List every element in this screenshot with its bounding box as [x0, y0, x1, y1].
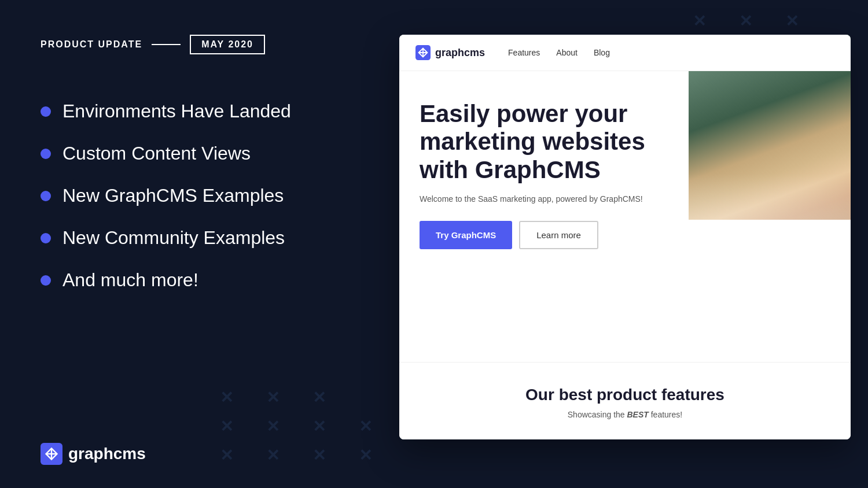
nav-link-about[interactable]: About — [556, 48, 578, 57]
list-item-text: Environments Have Landed — [62, 101, 291, 122]
bullet-dot — [41, 275, 51, 286]
features-subtitle: Showcasing the BEST features! — [420, 410, 830, 419]
logo-cms: cms — [113, 445, 146, 463]
features-subtitle-em: BEST — [627, 410, 649, 419]
hero-image-overlay — [689, 173, 851, 220]
logo-graph: graph — [68, 445, 113, 463]
graphcms-logo-icon-bottom — [41, 443, 62, 465]
nav-cms: cms — [464, 47, 485, 58]
learn-more-button[interactable]: Learn more — [519, 221, 598, 249]
bullet-dot — [41, 191, 51, 201]
date-badge: MAY 2020 — [190, 35, 265, 54]
list-item: New Community Examples — [41, 227, 359, 249]
nav-logo: graphcms — [415, 45, 485, 60]
left-panel: PRODUCT UPDATE MAY 2020 Environments Hav… — [0, 0, 393, 488]
nav-link-blog[interactable]: Blog — [594, 48, 610, 57]
x-decoration: ✕ — [785, 12, 799, 31]
product-update-label: PRODUCT UPDATE — [41, 39, 142, 50]
hero-subtitle: Welcome to the SaaS marketing app, power… — [420, 194, 680, 204]
list-item-text: New Community Examples — [62, 227, 285, 249]
features-title: Our best product features — [420, 386, 830, 404]
browser-mockup: graphcms Features About Blog Easily powe… — [399, 35, 851, 439]
list-item: New GraphCMS Examples — [41, 185, 359, 206]
try-graphcms-button[interactable]: Try GraphCMS — [420, 221, 512, 249]
hero-title: Easily power your marketing websites wit… — [420, 100, 680, 184]
browser-navbar: graphcms Features About Blog — [399, 35, 851, 71]
hero-section: Easily power your marketing websites wit… — [399, 71, 700, 272]
bullet-dot — [41, 149, 51, 159]
features-subtitle-before: Showcasing the — [568, 410, 627, 419]
bottom-logo-text: graphcms — [68, 445, 146, 463]
list-item: And much more! — [41, 269, 359, 291]
nav-graph: graph — [435, 47, 464, 58]
bottom-logo: graphcms — [41, 443, 359, 465]
bullet-dot — [41, 106, 51, 117]
list-item-text: And much more! — [62, 269, 198, 291]
features-subtitle-after: features! — [649, 410, 682, 419]
x-decoration: ✕ — [693, 12, 706, 31]
list-item-text: Custom Content Views — [62, 143, 251, 164]
feature-list: Environments Have Landed Custom Content … — [41, 101, 359, 443]
nav-logo-icon — [415, 45, 431, 60]
nav-links: Features About Blog — [508, 48, 610, 57]
features-section: Our best product features Showcasing the… — [399, 362, 851, 439]
nav-link-features[interactable]: Features — [508, 48, 540, 57]
header-line — [152, 44, 181, 45]
nav-logo-text: graphcms — [435, 47, 485, 59]
bullet-dot — [41, 233, 51, 243]
product-update-header: PRODUCT UPDATE MAY 2020 — [41, 35, 359, 54]
hero-buttons: Try GraphCMS Learn more — [420, 221, 680, 249]
list-item: Custom Content Views — [41, 143, 359, 164]
list-item-text: New GraphCMS Examples — [62, 185, 284, 206]
list-item: Environments Have Landed — [41, 101, 359, 122]
x-decoration: ✕ — [739, 12, 752, 31]
